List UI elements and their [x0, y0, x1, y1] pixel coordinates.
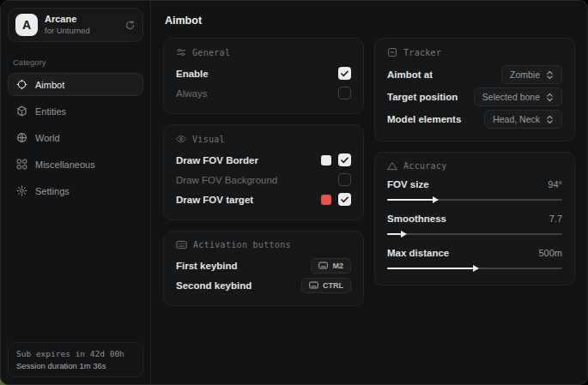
- sidebar-item-label: Miscellaneous: [35, 159, 95, 170]
- slider-value: 500m: [538, 248, 562, 258]
- main-content: Aimbot General Enable: [151, 1, 587, 384]
- setting-label: Draw FOV target: [176, 195, 253, 205]
- sidebar-item-world[interactable]: World: [8, 126, 143, 149]
- slider-thumb[interactable]: [473, 265, 479, 272]
- sidebar-item-aimbot[interactable]: Aimbot: [8, 73, 143, 96]
- first-keybind-button[interactable]: M2: [311, 258, 351, 274]
- slider-label: FOV size: [387, 179, 429, 189]
- keybind-value: M2: [332, 262, 343, 270]
- setting-label: First keybind: [176, 261, 238, 271]
- brand-logo: A: [15, 14, 38, 36]
- max-distance-group: Max distance 500m: [387, 245, 562, 273]
- second-keybind-button[interactable]: CTRL: [301, 278, 351, 293]
- slider-track: [387, 233, 562, 235]
- brand-card: A Arcane for Unturned: [8, 8, 143, 42]
- smoothness-slider[interactable]: [387, 229, 562, 238]
- panel-title: General: [192, 48, 230, 57]
- sidebar-item-label: World: [35, 133, 60, 143]
- slider-thumb[interactable]: [401, 231, 407, 238]
- entities-icon: [16, 105, 27, 117]
- panel-title: Activation buttons: [193, 240, 291, 250]
- keyboard-icon: [176, 240, 187, 250]
- sidebar: A Arcane for Unturned Category Aimbot: [1, 1, 151, 384]
- select-value: Head, Neck: [493, 114, 540, 124]
- grid-icon: [16, 159, 27, 170]
- slider-thumb[interactable]: [433, 196, 439, 203]
- check-icon: [341, 157, 349, 164]
- sidebar-item-label: Aimbot: [35, 80, 64, 90]
- sidebar-item-miscellaneous[interactable]: Miscellaneous: [8, 153, 143, 176]
- setting-row-first-keybind: First keybind M2: [176, 256, 351, 275]
- general-panel: General Enable Always: [163, 38, 364, 114]
- max-distance-slider[interactable]: [387, 263, 562, 273]
- setting-row-second-keybind: Second keybind CTRL: [176, 275, 351, 295]
- tracker-panel: Tracker Aimbot at Zombie: [374, 38, 575, 141]
- slider-fill: [387, 268, 473, 269]
- fov-target-color-swatch[interactable]: [321, 195, 331, 205]
- sliders-icon: [176, 47, 186, 57]
- sidebar-nav: Aimbot Entities World: [1, 73, 150, 202]
- smoothness-group: Smoothness 7.7: [387, 211, 562, 238]
- chevrons-up-down-icon: [546, 93, 554, 102]
- setting-label: Target position: [387, 92, 458, 102]
- subscription-status-card: Sub expires in 42d 00h Session duration …: [8, 342, 143, 377]
- sidebar-item-entities[interactable]: Entities: [8, 99, 143, 123]
- accuracy-panel: Accuracy FOV size 94°: [374, 152, 575, 286]
- sidebar-item-settings[interactable]: Settings: [8, 179, 143, 202]
- panel-title: Accuracy: [403, 161, 447, 171]
- fov-size-slider[interactable]: [387, 195, 562, 204]
- target-position-select[interactable]: Selected bone: [474, 87, 562, 106]
- aimbot-at-select[interactable]: Zombie: [501, 65, 562, 84]
- enable-checkbox[interactable]: [338, 67, 351, 80]
- setting-label: Aimbot at: [387, 69, 433, 80]
- slider-label: Smoothness: [387, 214, 446, 224]
- slider-value: 7.7: [549, 214, 562, 224]
- setting-row-model-elements: Model elements Head, Neck: [387, 108, 562, 130]
- chevrons-up-down-icon: [546, 115, 554, 124]
- setting-label: Enable: [176, 69, 209, 79]
- slider-fill: [387, 199, 433, 201]
- fov-background-checkbox[interactable]: [338, 173, 351, 186]
- category-label: Category: [13, 57, 138, 67]
- sidebar-item-label: Entities: [35, 106, 66, 117]
- fov-size-group: FOV size 94°: [387, 177, 562, 204]
- keyboard-icon: [309, 281, 318, 289]
- setting-row-fov-border: Draw FOV Border: [176, 150, 351, 170]
- setting-row-enable: Enable: [176, 63, 351, 83]
- always-checkbox[interactable]: [338, 87, 351, 99]
- check-icon: [341, 196, 349, 203]
- setting-row-target-position: Target position Selected bone: [387, 86, 562, 108]
- triangle-icon: [387, 161, 397, 171]
- slider-fill: [387, 233, 401, 235]
- setting-row-always: Always: [176, 83, 351, 103]
- setting-label: Draw FOV Border: [176, 155, 258, 165]
- sub-expiry-text: Sub expires in 42d 00h: [16, 349, 135, 358]
- setting-row-fov-target: Draw FOV target: [176, 189, 351, 209]
- chevrons-up-down-icon: [546, 70, 554, 80]
- select-value: Selected bone: [482, 92, 540, 102]
- fov-target-checkbox[interactable]: [338, 193, 351, 206]
- setting-label: Draw FOV Background: [176, 175, 277, 185]
- setting-label: Always: [176, 88, 207, 99]
- sidebar-item-label: Settings: [35, 186, 70, 196]
- fov-border-checkbox[interactable]: [338, 153, 351, 166]
- model-elements-select[interactable]: Head, Neck: [484, 110, 562, 129]
- visual-panel: Visual Draw FOV Border: [163, 124, 364, 220]
- setting-label: Second keybind: [176, 280, 252, 291]
- select-value: Zombie: [510, 69, 540, 80]
- setting-label: Model elements: [387, 114, 461, 124]
- panel-title: Tracker: [403, 48, 441, 57]
- arcane-window: A Arcane for Unturned Category Aimbot: [0, 0, 588, 385]
- eye-icon: [176, 134, 186, 144]
- gear-icon: [16, 185, 27, 196]
- page-title: Aimbot: [165, 15, 575, 27]
- activation-panel: Activation buttons First keybind M2: [163, 231, 364, 306]
- refresh-icon[interactable]: [124, 20, 136, 31]
- app-screen: A Arcane for Unturned Category Aimbot: [0, 0, 588, 385]
- scan-icon: [387, 47, 397, 57]
- fov-border-color-swatch[interactable]: [321, 155, 331, 165]
- panel-title: Visual: [192, 135, 225, 144]
- setting-row-fov-background: Draw FOV Background: [176, 170, 351, 189]
- slider-value: 94°: [548, 179, 562, 189]
- check-icon: [341, 70, 349, 77]
